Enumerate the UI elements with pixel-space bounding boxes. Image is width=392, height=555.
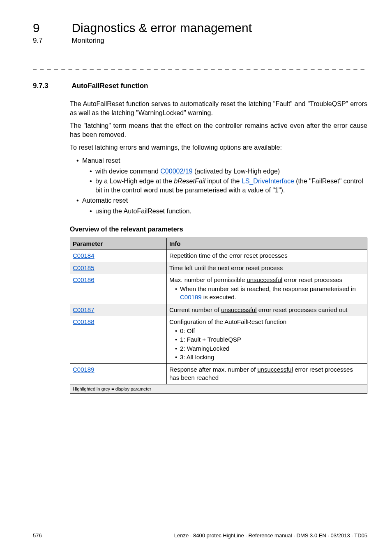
table-header: Parameter (70, 238, 167, 250)
text: (activated by Low-High edge) (193, 168, 280, 175)
parameter-table: Parameter Info C00184 Repetition time of… (70, 238, 367, 394)
text: error reset processes (282, 276, 342, 283)
table-bullet: 0: Off (175, 327, 364, 335)
sub-heading: Overview of the relevant parameters (70, 225, 367, 234)
xref-link[interactable]: C00002/19 (160, 168, 192, 175)
list-item: with device command C00002/19 (activated… (90, 167, 367, 176)
list-item-text: Automatic reset (82, 197, 128, 204)
section-title-l2: Monitoring (71, 36, 104, 46)
table-header: Info (167, 238, 367, 250)
table-cell: Current number of unsuccessful error res… (167, 304, 367, 316)
text: Configuration of the AutoFailReset funct… (169, 318, 286, 325)
table-bullet: 2: WarningLocked (175, 345, 364, 353)
table-bullet: 3: All locking (175, 353, 364, 361)
text-underline: unsuccessful (221, 306, 257, 313)
xref-link[interactable]: C00185 (73, 264, 95, 271)
text: error reset processes carried out (257, 306, 348, 313)
paragraph: To reset latching errors and warnings, t… (70, 143, 367, 152)
table-cell: Response after max. number of unsuccessf… (167, 364, 367, 384)
text-underline: unsuccessful (247, 276, 282, 283)
text: Response after max. number of (169, 366, 257, 373)
table-bullet: When the number set is reached, the resp… (175, 285, 364, 302)
text-italic: bResetFail (174, 178, 205, 185)
xref-link[interactable]: C00186 (73, 276, 95, 283)
xref-link[interactable]: LS_DriveInterface (242, 178, 294, 185)
section-number-l2: 9.7 (33, 36, 70, 46)
xref-link[interactable]: C00188 (73, 318, 95, 325)
table-cell: Max. number of permissible unsuccessful … (167, 274, 367, 304)
chapter-number: 9 (33, 20, 70, 37)
bullet-list: Manual reset with device command C00002/… (70, 156, 367, 216)
chapter-title: Diagnostics & error management (71, 20, 252, 37)
xref-link[interactable]: C00189 (180, 294, 202, 301)
text-underline: unsuccessful (257, 366, 293, 373)
text: Current number of (169, 306, 221, 313)
text: input of the (205, 178, 242, 185)
xref-link[interactable]: C00184 (73, 252, 95, 259)
table-footnote: Highlighted in grey = display parameter (70, 384, 367, 394)
page-number: 576 (33, 532, 42, 539)
table-cell: Configuration of the AutoFailReset funct… (167, 316, 367, 363)
text: by a Low-High edge at the (95, 178, 174, 185)
table-cell: Repetition time of the error reset proce… (167, 250, 367, 262)
table-bullet: 1: Fault + TroubleQSP (175, 335, 364, 344)
list-item: using the AutoFailReset function. (90, 207, 367, 216)
xref-link[interactable]: C00189 (73, 366, 95, 373)
text: with device command (95, 168, 160, 175)
text: When the number set is reached, the resp… (180, 285, 356, 292)
paragraph: The AutoFailReset function serves to aut… (70, 99, 367, 117)
list-item-text: Manual reset (82, 157, 120, 164)
page-footer: 576 Lenze · 8400 protec HighLine · Refer… (33, 532, 367, 539)
text: is executed. (202, 294, 236, 301)
text: Max. number of permissible (169, 276, 247, 283)
separator-dash: _ _ _ _ _ _ _ _ _ _ _ _ _ _ _ _ _ _ _ _ … (33, 62, 367, 71)
table-cell: Time left until the next error reset pro… (167, 262, 367, 274)
list-item: Automatic reset using the AutoFailReset … (76, 196, 367, 215)
section-number-l3: 9.7.3 (33, 81, 70, 91)
section-title-l3: AutoFailReset function (71, 81, 148, 91)
list-item: by a Low-High edge at the bResetFail inp… (90, 177, 367, 194)
footer-meta: Lenze · 8400 protec HighLine · Reference… (174, 532, 367, 539)
xref-link[interactable]: C00187 (73, 306, 95, 313)
text: using the AutoFailReset function. (95, 208, 191, 215)
paragraph: The "latching" term means that the effec… (70, 121, 367, 139)
list-item: Manual reset with device command C00002/… (76, 156, 367, 194)
